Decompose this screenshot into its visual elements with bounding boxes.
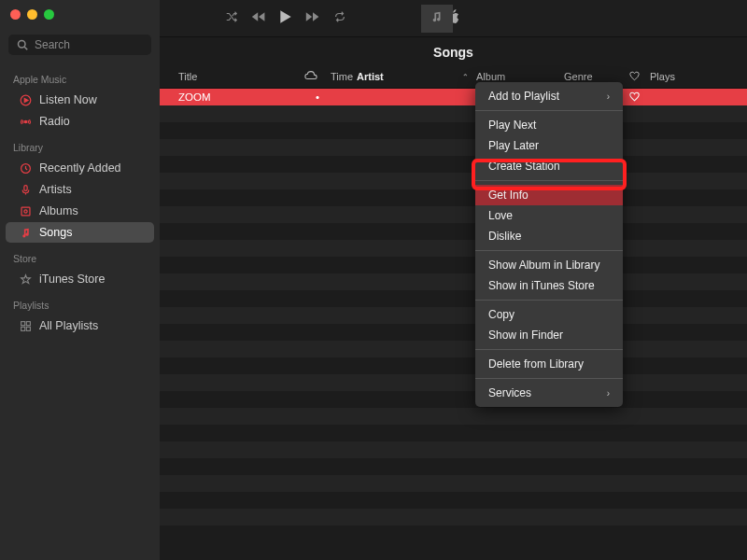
heart-icon	[629, 71, 640, 83]
column-album[interactable]: Album	[476, 70, 564, 83]
sidebar-section-playlists: Playlists All Playlists	[0, 298, 160, 337]
search-box[interactable]	[8, 35, 151, 55]
table-row-empty	[160, 441, 747, 458]
table-row-empty	[160, 425, 747, 441]
context-menu-item[interactable]: Create Station	[475, 156, 623, 176]
context-menu-item[interactable]: Dislike	[475, 226, 623, 246]
context-menu-item[interactable]: Copy	[475, 304, 623, 325]
context-menu-item[interactable]: Get Info	[475, 185, 623, 205]
svg-rect-10	[21, 327, 24, 330]
sidebar-item-label: Listen Now	[39, 93, 97, 106]
sidebar-item-label: Albums	[39, 204, 78, 217]
sidebar-item-label: iTunes Store	[39, 273, 105, 286]
next-button[interactable]	[305, 11, 320, 25]
column-title[interactable]: Title	[169, 70, 304, 83]
table-row-empty	[160, 374, 747, 391]
repeat-button[interactable]	[333, 10, 346, 26]
context-menu-item[interactable]: Love	[475, 205, 623, 226]
svg-line-1	[24, 47, 27, 49]
sidebar-header: Playlists	[0, 298, 160, 315]
table-row-empty	[160, 206, 747, 223]
sidebar-item-all-playlists[interactable]: All Playlists	[6, 315, 154, 336]
context-menu-label: Play Later	[488, 139, 539, 152]
app-window: Apple Music Listen Now Radio Library Rec…	[0, 0, 747, 560]
table-row[interactable]: ZOOM•ZOOMRap	[160, 89, 747, 105]
star-icon	[19, 273, 32, 286]
context-menu-label: Show Album in Library	[488, 259, 599, 272]
sidebar-item-itunes-store[interactable]: iTunes Store	[6, 269, 154, 289]
context-menu-item[interactable]: Play Later	[475, 135, 623, 156]
column-artist[interactable]: Artist⌃	[357, 70, 476, 83]
chevron-right-icon: ›	[607, 388, 610, 399]
context-menu-separator	[475, 180, 623, 181]
svg-rect-8	[21, 321, 24, 325]
svg-point-3	[24, 120, 26, 122]
table-row-empty	[160, 223, 747, 240]
microphone-icon	[19, 183, 32, 196]
table-row-empty	[160, 475, 747, 492]
context-menu-separator	[475, 378, 623, 379]
table-row-empty	[160, 189, 747, 206]
shuffle-button[interactable]	[225, 10, 238, 26]
context-menu-item[interactable]: Delete from Library	[475, 354, 623, 374]
close-window-button[interactable]	[10, 9, 21, 20]
search-icon	[16, 38, 29, 51]
context-menu-label: Services	[488, 386, 531, 399]
cell-indicator: •	[304, 91, 331, 103]
radio-icon	[19, 115, 32, 128]
context-menu-item[interactable]: Services›	[475, 383, 623, 403]
sidebar-item-songs[interactable]: Songs	[6, 222, 154, 243]
sidebar-item-label: Recently Added	[39, 161, 121, 175]
play-button[interactable]	[279, 9, 292, 27]
minimize-window-button[interactable]	[27, 9, 37, 20]
table-row-empty	[160, 509, 747, 525]
context-menu-label: Copy	[488, 308, 514, 321]
cloud-icon	[304, 70, 317, 83]
play-circle-icon	[19, 93, 32, 106]
svg-rect-11	[26, 327, 30, 330]
svg-point-0	[19, 41, 26, 49]
sidebar-item-albums[interactable]: Albums	[6, 201, 154, 221]
context-menu-item[interactable]: Show Album in Library	[475, 255, 623, 275]
sidebar-item-radio[interactable]: Radio	[6, 111, 154, 132]
now-playing-box[interactable]	[421, 5, 453, 33]
sidebar-header: Store	[0, 251, 160, 268]
table-row-empty	[160, 139, 747, 156]
maximize-window-button[interactable]	[44, 9, 54, 20]
context-menu-label: Get Info	[488, 189, 529, 202]
column-love[interactable]	[629, 70, 650, 83]
svg-rect-5	[23, 185, 26, 190]
context-menu-separator	[475, 300, 623, 301]
table-row-empty	[160, 240, 747, 257]
table-row-empty	[160, 324, 747, 341]
context-menu-item[interactable]: Show in iTunes Store	[475, 275, 623, 296]
context-menu-item[interactable]: Show in Finder	[475, 325, 623, 345]
sidebar-item-recently-added[interactable]: Recently Added	[6, 158, 154, 178]
table-row-empty	[160, 341, 747, 357]
sidebar-section-apple-music: Apple Music Listen Now Radio	[0, 72, 160, 133]
search-input[interactable]	[35, 38, 144, 51]
column-genre[interactable]: Genre	[564, 70, 629, 83]
context-menu-item[interactable]: Play Next	[475, 115, 623, 135]
column-cloud[interactable]	[304, 70, 331, 83]
chevron-right-icon: ›	[607, 91, 610, 102]
sidebar-section-library: Library Recently Added Artists Albums So…	[0, 140, 160, 244]
music-note-icon	[430, 10, 444, 26]
sidebar-item-label: Songs	[39, 226, 72, 239]
sidebar-item-listen-now[interactable]: Listen Now	[6, 90, 154, 110]
table-row-empty	[160, 156, 747, 173]
context-menu-item[interactable]: Add to Playlist›	[475, 86, 623, 106]
table-row-empty	[160, 290, 747, 307]
sidebar-item-label: Artists	[39, 183, 72, 196]
svg-point-7	[23, 209, 26, 212]
column-time[interactable]: Time	[331, 70, 357, 83]
previous-button[interactable]	[251, 11, 266, 25]
column-plays[interactable]: Plays	[650, 70, 687, 83]
table-row-empty	[160, 525, 747, 542]
sidebar-section-store: Store iTunes Store	[0, 251, 160, 290]
sidebar-item-artists[interactable]: Artists	[6, 179, 154, 200]
table-row-empty	[160, 357, 747, 374]
cell-heart[interactable]	[629, 91, 650, 104]
sidebar-item-label: All Playlists	[39, 319, 98, 332]
table-row-empty	[160, 273, 747, 290]
